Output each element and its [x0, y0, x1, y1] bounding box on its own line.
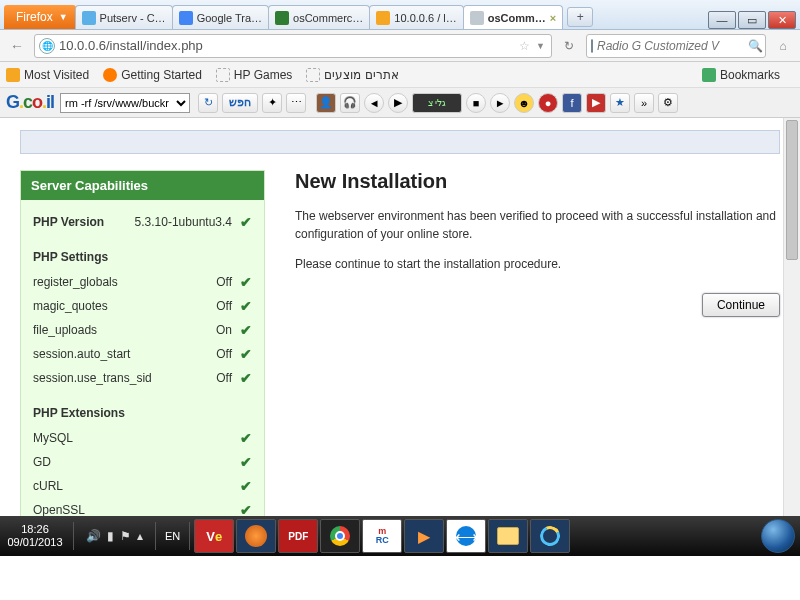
- firefox-icon: [103, 68, 117, 82]
- star-icon[interactable]: ★: [610, 93, 630, 113]
- bookmark-hp-games[interactable]: HP Games: [216, 68, 292, 82]
- flag-icon[interactable]: ⚑: [120, 529, 131, 543]
- task-firefox[interactable]: [236, 519, 276, 553]
- taskbar-clock[interactable]: 18:2609/01/2013: [0, 523, 70, 549]
- tab-2[interactable]: osCommerc…: [268, 5, 370, 29]
- scrollbar-thumb[interactable]: [786, 120, 798, 260]
- bookmark-getting-started[interactable]: Getting Started: [103, 68, 202, 82]
- favicon-icon: [470, 11, 484, 25]
- google-toolbar: G.co.il rm -rf /srv/www/buckr ↻ חפש ✦ ⋯ …: [0, 88, 800, 118]
- vertical-scrollbar[interactable]: [783, 118, 800, 516]
- language-indicator[interactable]: EN: [159, 530, 186, 542]
- server-capabilities-panel: Server Capabilities PHP Version5.3.10-1u…: [20, 170, 265, 516]
- firefox-menu-button[interactable]: Firefox▼: [4, 5, 76, 29]
- bookmark-star-icon[interactable]: ☆: [519, 39, 530, 53]
- favicon-icon: [275, 11, 289, 25]
- taskbar-tasks: Ve PDF mRC ▶ ⟷: [193, 516, 571, 556]
- volume-icon[interactable]: 🔊: [86, 529, 101, 543]
- task-chrome[interactable]: [320, 519, 360, 553]
- url-bar[interactable]: 🌐 ☆ ▼: [34, 34, 552, 58]
- task-explorer[interactable]: [488, 519, 528, 553]
- task-teamviewer[interactable]: ⟷: [446, 519, 486, 553]
- task-mirc[interactable]: mRC: [362, 519, 402, 553]
- media-stop-icon[interactable]: ■: [466, 93, 486, 113]
- close-window-button[interactable]: ✕: [768, 11, 796, 29]
- toolbar-select[interactable]: rm -rf /srv/www/buckr: [60, 93, 190, 113]
- favicon-icon: [179, 11, 193, 25]
- task-ie[interactable]: [530, 519, 570, 553]
- media-prev-icon[interactable]: ◄: [364, 93, 384, 113]
- overflow-icon[interactable]: »: [634, 93, 654, 113]
- youtube-icon[interactable]: ▶: [586, 93, 606, 113]
- intro-text-1: The webserver environment has been verif…: [295, 207, 780, 243]
- check-icon: ✔: [240, 502, 252, 516]
- media-play-icon[interactable]: ▶: [388, 93, 408, 113]
- check-icon: ✔: [240, 322, 252, 338]
- check-icon: ✔: [240, 454, 252, 470]
- task-media-player[interactable]: ▶: [404, 519, 444, 553]
- smiley-icon[interactable]: ☻: [514, 93, 534, 113]
- tray-overflow-icon[interactable]: ▴: [137, 529, 143, 543]
- task-vnc[interactable]: Ve: [194, 519, 234, 553]
- avatar-icon[interactable]: 👤: [316, 93, 336, 113]
- minimize-button[interactable]: —: [708, 11, 736, 29]
- bookmark-icon: [306, 68, 320, 82]
- home-button[interactable]: ⌂: [772, 35, 794, 57]
- bookmark-icon: [6, 68, 20, 82]
- bookmark-suggested-sites[interactable]: אתרים מוצעים: [306, 68, 398, 82]
- tab-1[interactable]: Google Tra…: [172, 5, 269, 29]
- extension-row: GD✔: [33, 450, 252, 474]
- window-titlebar: Firefox▼ Putserv - C… Google Tra… osComm…: [0, 0, 800, 30]
- media-display: גלי צ: [412, 93, 462, 113]
- window-controls: — ▭ ✕: [706, 9, 796, 29]
- search-button[interactable]: חפש: [222, 93, 258, 113]
- tab-3[interactable]: 10.0.0.6 / l…: [369, 5, 463, 29]
- search-box[interactable]: 🔍: [586, 34, 766, 58]
- start-button[interactable]: [756, 516, 800, 556]
- nav-toolbar: ← 🌐 ☆ ▼ ↻ 🔍 ⌂: [0, 30, 800, 62]
- new-tab-button[interactable]: +: [567, 7, 593, 27]
- search-engine-icon[interactable]: [591, 39, 593, 53]
- media-next-icon[interactable]: ►: [490, 93, 510, 113]
- page-title: New Installation: [295, 170, 780, 193]
- extension-row: OpenSSL✔: [33, 498, 252, 516]
- back-button[interactable]: ←: [6, 35, 28, 57]
- bookmark-icon: [216, 68, 230, 82]
- url-dropdown-icon[interactable]: ▼: [536, 41, 545, 51]
- google-logo[interactable]: G.co.il: [6, 92, 54, 113]
- tab-4[interactable]: osComm…×: [463, 5, 564, 29]
- url-input[interactable]: [59, 38, 515, 53]
- setting-row: magic_quotesOff✔: [33, 294, 252, 318]
- maximize-button[interactable]: ▭: [738, 11, 766, 29]
- search-input[interactable]: [597, 39, 748, 53]
- bookmarks-menu-button[interactable]: Bookmarks: [702, 68, 780, 82]
- bird-icon[interactable]: ●: [538, 93, 558, 113]
- check-icon: ✔: [240, 370, 252, 386]
- refresh-icon[interactable]: ↻: [198, 93, 218, 113]
- check-icon: ✔: [240, 478, 252, 494]
- task-pdf[interactable]: PDF: [278, 519, 318, 553]
- globe-icon: 🌐: [39, 38, 55, 54]
- wand-icon[interactable]: ✦: [262, 93, 282, 113]
- bookmark-most-visited[interactable]: Most Visited: [6, 68, 89, 82]
- system-tray[interactable]: 🔊 ▮ ⚑ ▴: [77, 529, 152, 543]
- close-icon[interactable]: ×: [550, 12, 556, 24]
- check-icon: ✔: [240, 430, 252, 446]
- intro-text-2: Please continue to start the installatio…: [295, 255, 780, 273]
- check-icon: ✔: [240, 274, 252, 290]
- tab-0[interactable]: Putserv - C…: [75, 5, 173, 29]
- reload-button[interactable]: ↻: [558, 35, 580, 57]
- setting-row: session.auto_startOff✔: [33, 342, 252, 366]
- gear-icon[interactable]: ⚙: [658, 93, 678, 113]
- chevron-down-icon: ▼: [59, 12, 68, 22]
- search-go-icon[interactable]: 🔍: [748, 39, 763, 53]
- continue-button[interactable]: Continue: [702, 293, 780, 317]
- bookmarks-icon: [702, 68, 716, 82]
- more-icon[interactable]: ⋯: [286, 93, 306, 113]
- facebook-icon[interactable]: f: [562, 93, 582, 113]
- check-icon: ✔: [240, 298, 252, 314]
- php-settings-header: PHP Settings: [33, 246, 252, 268]
- php-version-row: PHP Version5.3.10-1ubuntu3.4✔: [33, 210, 252, 234]
- headphones-icon[interactable]: 🎧: [340, 93, 360, 113]
- network-icon[interactable]: ▮: [107, 529, 114, 543]
